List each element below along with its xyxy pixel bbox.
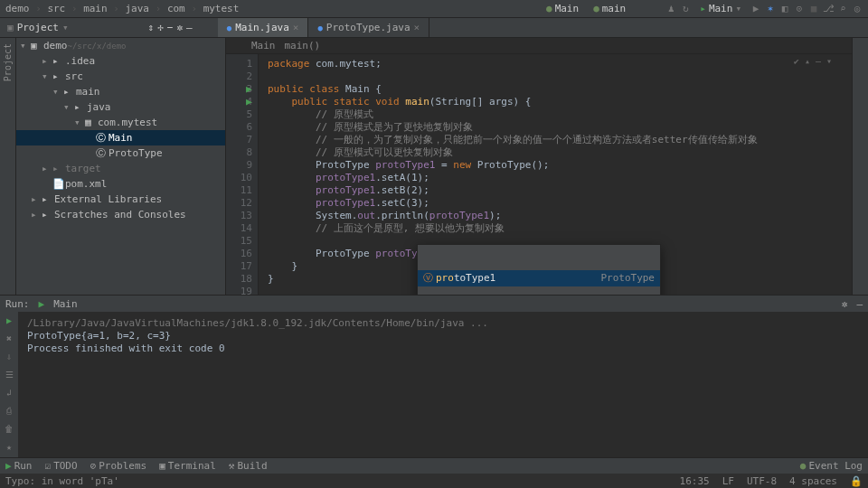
status-bar: Typo: in word 'pTa' 16:35 LF UTF-8 4 spa… xyxy=(0,474,868,488)
tree-item[interactable]: ⒸProtoType xyxy=(16,145,225,161)
profiler-icon[interactable]: ⊙ xyxy=(794,4,805,14)
file-encoding[interactable]: UTF-8 xyxy=(747,475,777,487)
run-config-selector[interactable]: ▸Main ▾ xyxy=(694,3,747,14)
variable-icon: ⓥ xyxy=(423,272,436,285)
filter-icon[interactable]: ☰ xyxy=(5,370,14,382)
editor-breadcrumbs[interactable]: Main main() xyxy=(226,38,852,54)
stop-run-icon[interactable]: ✖ xyxy=(6,333,12,346)
completion-item[interactable]: ⓥ protoType1 ProtoType xyxy=(418,270,660,286)
header-tab-main-fn[interactable]: ●main xyxy=(588,3,631,14)
tree-item[interactable]: ▸▸target xyxy=(16,161,225,176)
tree-item[interactable]: ▸▸External Libraries xyxy=(16,192,225,207)
collapse-icon[interactable]: ⇕ xyxy=(148,22,155,33)
tree-item[interactable]: ▸▸Scratches and Consoles xyxy=(16,207,225,222)
close-icon[interactable]: × xyxy=(293,22,299,33)
completion-popup[interactable]: ⓥ protoType1 ProtoType Press ^. to choos… xyxy=(417,244,661,295)
tree-item[interactable]: 📄pom.xml xyxy=(16,176,225,192)
run-config-name[interactable]: Main xyxy=(53,298,78,310)
caret-position[interactable]: 16:35 xyxy=(680,475,710,487)
build-tool-button[interactable]: ⚒ Build xyxy=(229,460,268,472)
minimize-icon[interactable]: — xyxy=(186,22,193,33)
terminal-tool-button[interactable]: ▣ Terminal xyxy=(159,460,216,472)
tree-item[interactable]: ▸▸.idea xyxy=(16,53,225,69)
tree-item[interactable]: ⒸMain xyxy=(16,130,225,145)
bottom-tool-stripe: ▶Run ☑ TODO ⊘ Problems ▣ Terminal ⚒ Buil… xyxy=(0,457,868,474)
tree-item[interactable]: ▾▸java xyxy=(16,99,225,115)
editor-pane: Main main() ✔ ▴ — ▾ 12▶3▶456789101112131… xyxy=(226,38,852,295)
tree-item[interactable]: ▾▦com.mytest xyxy=(16,115,225,130)
project-tool-button[interactable]: Project xyxy=(3,38,13,87)
left-tool-stripe: Project xyxy=(0,38,16,295)
rerun-icon[interactable]: ▶ xyxy=(6,315,12,328)
tree-root[interactable]: ▾▣demo ~/src/x/demo xyxy=(16,38,225,53)
run-hide-icon[interactable]: — xyxy=(856,298,863,310)
expand-icon[interactable]: ✢ xyxy=(157,22,164,33)
run-tool-button[interactable]: ▶Run xyxy=(5,460,33,472)
lock-icon[interactable]: 🔒 xyxy=(850,475,863,487)
tree-item[interactable]: ▾▸src xyxy=(16,69,225,84)
project-tree[interactable]: ▾▣demo ~/src/x/demo▸▸.idea▾▸src▾▸main▾▸j… xyxy=(16,38,226,295)
user-icon[interactable]: ♟ xyxy=(665,4,676,14)
hide-icon[interactable]: − xyxy=(167,22,174,33)
close-icon[interactable]: × xyxy=(414,22,420,33)
pin-icon[interactable]: ⇩ xyxy=(6,352,12,364)
coverage-icon[interactable]: ◧ xyxy=(779,4,790,14)
problems-tool-button[interactable]: ⊘ Problems xyxy=(90,460,147,472)
todo-tool-button[interactable]: ☑ TODO xyxy=(45,460,78,472)
editor-tab[interactable]: ●Main.java× xyxy=(218,18,309,37)
status-message: Typo: in word 'pTa' xyxy=(5,475,119,487)
navigation-bar: demo › src › main › java › com › mytest … xyxy=(0,0,868,18)
line-separator[interactable]: LF xyxy=(722,475,734,487)
breadcrumb[interactable]: demo › src › main › java › com › mytest xyxy=(5,3,239,14)
run-gutter: ▶ ✖ ⇩ ☰ ↲ ⎙ 🗑 ★ xyxy=(0,312,18,457)
soft-wrap-icon[interactable]: ↲ xyxy=(6,388,12,400)
settings-icon[interactable]: ◎ xyxy=(852,4,863,14)
trash-icon[interactable]: 🗑 xyxy=(5,424,14,436)
editor-tab[interactable]: ●ProtoType.java× xyxy=(308,18,429,37)
tree-item[interactable]: ▾▸main xyxy=(16,84,225,99)
gear-icon[interactable]: ✲ xyxy=(176,22,183,33)
print-icon[interactable]: ⎙ xyxy=(6,406,12,418)
editor-gutter[interactable]: 12▶3▶45678910111213141516171819 xyxy=(226,54,259,295)
event-log-button[interactable]: ● Event Log xyxy=(800,460,863,472)
debug-icon[interactable]: ✶ xyxy=(765,4,776,14)
project-view-selector[interactable]: ▣Project▾ ⇕ ✢ − ✲ — xyxy=(0,22,200,33)
git-icon[interactable]: ⎇ xyxy=(823,4,834,14)
run-tab-label: Run: xyxy=(5,298,30,310)
header-tab-main[interactable]: ●Main xyxy=(541,3,584,14)
run-config-icon: ▶ xyxy=(39,298,45,310)
help-icon[interactable]: ★ xyxy=(6,442,12,455)
run-settings-icon[interactable]: ✲ xyxy=(842,298,848,310)
editor[interactable]: package com.mytest;public class Main { p… xyxy=(259,54,852,295)
stop-icon[interactable]: ■ xyxy=(808,4,819,14)
search-icon[interactable]: ⌕ xyxy=(837,4,848,14)
indent-info[interactable]: 4 spaces xyxy=(789,475,837,487)
right-tool-stripe xyxy=(852,38,868,295)
sync-icon[interactable]: ↻ xyxy=(680,4,691,14)
run-icon[interactable]: ▶ xyxy=(750,4,761,14)
run-output[interactable]: /Library/Java/JavaVirtualMachines/jdk1.8… xyxy=(18,312,868,457)
editor-tabs: ●Main.java×●ProtoType.java× xyxy=(218,18,429,37)
tool-row: ▣Project▾ ⇕ ✢ − ✲ — ●Main.java×●ProtoTyp… xyxy=(0,18,868,38)
run-tool-window: Run: ▶ Main ✲ — ▶ ✖ ⇩ ☰ ↲ ⎙ 🗑 ★ /Library… xyxy=(0,295,868,457)
